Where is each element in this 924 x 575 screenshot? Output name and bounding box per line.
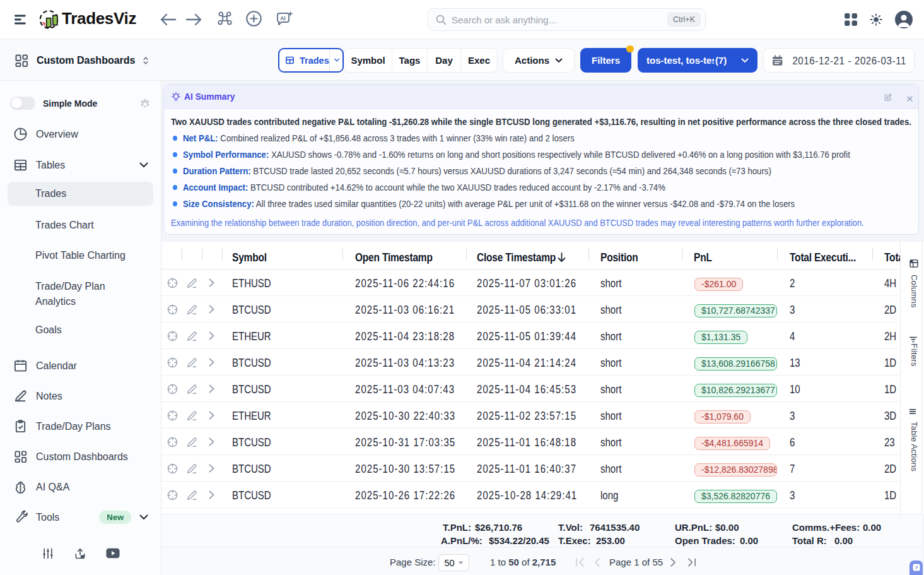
svg-text:?: ? xyxy=(915,565,918,571)
svg-text:AI: AI xyxy=(280,15,286,21)
